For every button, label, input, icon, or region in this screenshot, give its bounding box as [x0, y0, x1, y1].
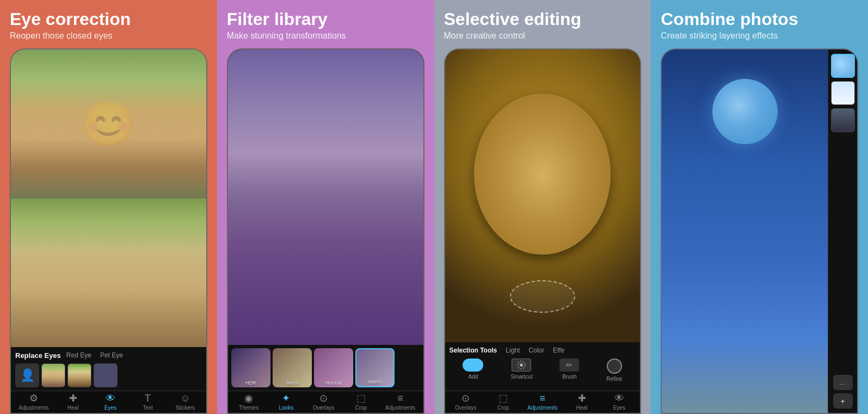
face-bottom-image: [11, 199, 206, 347]
filter-thumb-warm[interactable]: Warm: [273, 348, 312, 387]
eye-thumb-1[interactable]: [41, 363, 65, 387]
eye-correction-phone: Replace Eyes Red Eye Pet Eye 👤 ⚙ Adjustm…: [10, 48, 207, 414]
selective-adjustments-label: Adjustments: [527, 405, 557, 411]
brush-btn[interactable]: ✏ Brush: [559, 359, 579, 382]
themes-label: Themes: [239, 405, 258, 411]
effects-tab[interactable]: Effe: [553, 347, 564, 354]
heal-tool[interactable]: ✚ Heal: [60, 393, 86, 411]
svg-rect-1: [471, 360, 481, 370]
selective-eyes-icon: 👁: [614, 393, 624, 403]
filter-library-panel: Filter library Make stunning transformat…: [217, 0, 434, 414]
selection-tools-tabs: Selection Tools Light Color Effe: [450, 347, 636, 354]
eyes-label: Eyes: [104, 405, 116, 411]
eye-images-container: [11, 50, 206, 347]
panel-3-title: Selective editing: [444, 10, 642, 29]
text-tool[interactable]: T Text: [135, 393, 161, 411]
eye-tools-row: ⚙ Adjustments ✚ Heal 👁 Eyes T Text ☺: [13, 393, 204, 411]
filter-thumb-normal[interactable]: Normal: [314, 348, 353, 387]
selection-tools-tab[interactable]: Selection Tools: [450, 347, 497, 354]
filter-warm-label: Warm: [273, 380, 312, 386]
eye-thumb-2[interactable]: [67, 363, 91, 387]
add-selection-btn[interactable]: Add: [463, 359, 483, 382]
selection-buttons: Add Smartcut ✏ Brush: [450, 359, 636, 382]
filter-thumb-warm2[interactable]: Warm!: [355, 348, 395, 387]
selective-heal-icon: ✚: [578, 393, 586, 403]
red-eye-tab[interactable]: Red Eye: [63, 350, 95, 360]
looks-tool[interactable]: ✦ Looks: [273, 393, 299, 411]
smartcut-btn[interactable]: Smartcut: [510, 359, 532, 382]
themes-icon: ◉: [244, 393, 253, 403]
pet-eye-tab[interactable]: Pet Eye: [97, 350, 126, 360]
text-icon: T: [145, 393, 151, 403]
selective-bottom-toolbar: ⊙ Overlays ⬚ Crop ≡ Adjustments ✚ Heal 👁: [445, 391, 641, 413]
person-icon[interactable]: 👤: [15, 363, 39, 387]
overlays-label: Overlays: [313, 405, 334, 411]
filter-main-image: [228, 50, 423, 345]
sidebar-thumb-moon[interactable]: [831, 54, 855, 78]
crop-tool[interactable]: ⬚ Crop: [348, 393, 374, 411]
selective-adjustments-tool[interactable]: ≡ Adjustments: [527, 393, 557, 411]
more-btn[interactable]: ...: [833, 375, 853, 390]
light-tab[interactable]: Light: [506, 347, 520, 354]
selective-crop-tool[interactable]: ⬚ Crop: [490, 393, 516, 411]
themes-tool[interactable]: ◉ Themes: [236, 393, 262, 411]
eye-img-bottom: [11, 199, 206, 347]
smartcut-icon: [512, 359, 531, 372]
filter-adjustments-tool[interactable]: ≡ Adjustments: [385, 393, 415, 411]
selective-overlays-label: Overlays: [455, 405, 476, 411]
face-top-image: [11, 50, 206, 198]
selective-phone: Selection Tools Light Color Effe Add: [444, 48, 642, 414]
brush-label: Brush: [562, 374, 576, 380]
looks-label: Looks: [279, 405, 294, 411]
selective-adjustments-icon: ≡: [540, 393, 546, 403]
selective-editing-panel: Selective editing More creative control …: [434, 0, 651, 414]
replace-eyes-section: Replace Eyes Red Eye Pet Eye 👤: [11, 347, 206, 391]
add-layer-btn[interactable]: +: [833, 393, 853, 409]
stickers-label: Stickers: [176, 405, 195, 411]
text-label: Text: [143, 405, 152, 411]
stickers-icon: ☺: [180, 393, 190, 403]
filter-thumbnails-row: HDR Warm Normal Warm!: [228, 345, 423, 391]
combine-photos-panel: Combine photos Create striking layering …: [651, 0, 868, 414]
smartcut-label: Smartcut: [510, 374, 532, 380]
selective-heal-tool[interactable]: ✚ Heal: [569, 393, 595, 411]
selective-crop-icon: ⬚: [498, 393, 508, 403]
panel-2-title: Filter library: [227, 10, 424, 29]
sidebar-thumb-dark[interactable]: [831, 108, 855, 132]
filter-tools-row: ◉ Themes ✦ Looks ⊙ Overlays ⬚ Crop ≡ A: [230, 393, 421, 411]
selective-overlays-tool[interactable]: ⊙ Overlays: [453, 393, 479, 411]
stickers-tool[interactable]: ☺ Stickers: [172, 393, 198, 411]
panel-4-title: Combine photos: [661, 10, 858, 29]
filter-thumb-hdr[interactable]: HDR: [231, 348, 270, 387]
selective-eyes-tool[interactable]: 👁 Eyes: [606, 393, 632, 411]
panel-4-subtitle: Create striking layering effects: [661, 31, 858, 41]
sidebar-thumb-person[interactable]: [831, 81, 855, 105]
looks-icon: ✦: [282, 393, 290, 403]
heal-icon: ✚: [69, 393, 77, 403]
filter-warm2-label: Warm!: [356, 379, 393, 385]
filter-bottom-toolbar: ◉ Themes ✦ Looks ⊙ Overlays ⬚ Crop ≡ A: [228, 391, 423, 413]
overlays-tool[interactable]: ⊙ Overlays: [311, 393, 337, 411]
selective-overlays-icon: ⊙: [461, 393, 470, 403]
selective-eyes-label: Eyes: [613, 405, 625, 411]
color-tab[interactable]: Color: [528, 347, 544, 354]
eyes-tool[interactable]: 👁 Eyes: [97, 393, 124, 411]
eyes-icon: 👁: [106, 393, 115, 403]
food-image: [445, 50, 641, 342]
heal-label: Heal: [67, 405, 79, 411]
adjustments-tool[interactable]: ⚙ Adjustments: [19, 393, 48, 411]
overlays-icon: ⊙: [319, 393, 328, 403]
filter-normal-label: Normal: [314, 380, 353, 386]
eye-thumb-3[interactable]: [94, 363, 118, 387]
selective-tools-row: ⊙ Overlays ⬚ Crop ≡ Adjustments ✚ Heal 👁: [447, 393, 638, 411]
adjustments-label: Adjustments: [19, 405, 48, 411]
panel-3-subtitle: More creative control: [444, 31, 642, 41]
eye-img-top: [11, 50, 206, 198]
brush-icon: ✏: [559, 359, 579, 372]
crop-label: Crop: [355, 405, 367, 411]
selection-tools-bar: Selection Tools Light Color Effe Add: [445, 342, 641, 391]
panel-2-subtitle: Make stunning transformations: [227, 31, 424, 41]
combine-phone: ... +: [661, 48, 858, 414]
refine-label: Refine: [606, 376, 622, 382]
refine-btn[interactable]: Refine: [606, 359, 622, 382]
